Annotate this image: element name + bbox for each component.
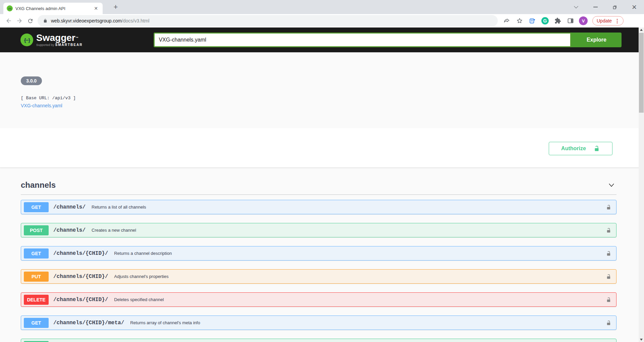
endpoint-row[interactable]: GET /channels/{CHID}/ Returns a channel … xyxy=(21,246,616,261)
endpoint-summary: Returns array of channel's meta info xyxy=(130,320,200,325)
lock-icon[interactable] xyxy=(606,297,611,303)
browser-titlebar: {···} VXG Channels admin API ✕ + ✕ xyxy=(0,0,644,14)
lock-icon[interactable] xyxy=(606,250,611,256)
grammarly-button[interactable]: G xyxy=(539,15,551,26)
endpoint-path: /channels/{CHID}/ xyxy=(53,297,108,303)
endpoint-summary: Creates a new channel xyxy=(92,228,136,233)
puzzle-icon xyxy=(554,17,561,24)
browser-tab[interactable]: {···} VXG Channels admin API ✕ xyxy=(3,3,103,14)
url-host: web.skyvr.videoexpertsgroup.com xyxy=(51,18,122,23)
method-badge: GET xyxy=(24,202,49,212)
tab-search-chevron-icon[interactable] xyxy=(566,0,586,14)
swagger-topbar: {···} Swagger™ Supported bySMARTBEAR Exp… xyxy=(0,27,644,52)
minimize-button[interactable] xyxy=(586,0,605,14)
tag-header[interactable]: channels xyxy=(21,180,616,195)
scrollbar-thumb[interactable] xyxy=(639,33,644,113)
authorize-label: Authorize xyxy=(561,146,586,152)
endpoint-row-partial[interactable] xyxy=(21,339,616,342)
method-badge: PUT xyxy=(24,272,49,282)
endpoint-row[interactable]: DELETE /channels/{CHID}/ Deletes specifi… xyxy=(21,292,616,307)
endpoint-summary: Returns a list of all channels xyxy=(92,205,146,210)
https-lock-icon xyxy=(43,18,48,23)
tab-title: VXG Channels admin API xyxy=(15,6,93,11)
browser-menu-icon[interactable]: ⋮ xyxy=(613,18,621,24)
version-badge: 3.0.0 xyxy=(21,76,42,85)
endpoint-summary: Adjusts channel's properties xyxy=(114,274,168,279)
lock-icon[interactable] xyxy=(606,227,611,233)
swagger-logo: {···} Swagger™ Supported bySMARTBEAR xyxy=(20,33,83,47)
forward-icon xyxy=(16,17,23,24)
url-text: web.skyvr.videoexpertsgroup.com/docs/v3.… xyxy=(51,18,149,23)
lock-icon[interactable] xyxy=(606,274,611,280)
scrollbar-up-icon[interactable] xyxy=(640,29,643,31)
swagger-favicon-icon: {···} xyxy=(7,5,13,11)
authorize-button[interactable]: Authorize xyxy=(549,142,612,155)
reload-icon xyxy=(27,18,34,24)
scheme-container: Authorize xyxy=(0,128,644,168)
method-badge: GET xyxy=(24,248,49,259)
method-badge: DELETE xyxy=(24,295,49,305)
reading-extension-button[interactable] xyxy=(527,15,538,26)
back-button[interactable] xyxy=(3,15,14,26)
url-path: /docs/v3.html xyxy=(122,18,149,23)
explore-button[interactable]: Explore xyxy=(571,33,622,47)
share-icon xyxy=(503,17,510,24)
browser-toolbar: web.skyvr.videoexpertsgroup.com/docs/v3.… xyxy=(0,14,644,27)
side-panel-icon xyxy=(567,17,574,24)
endpoint-path: /channels/{CHID}/ xyxy=(53,250,108,256)
unlocked-padlock-icon xyxy=(593,145,600,152)
back-icon xyxy=(5,17,12,24)
share-button[interactable] xyxy=(501,15,513,26)
lock-icon[interactable] xyxy=(606,204,611,210)
tag-title: channels xyxy=(21,180,56,190)
swagger-logo-text: Swagger™ xyxy=(36,33,78,43)
forward-button[interactable] xyxy=(14,15,25,26)
swagger-logo-icon: {···} xyxy=(20,34,33,46)
endpoint-summary: Deletes specified channel xyxy=(114,297,164,302)
endpoint-path: /channels/{CHID}/meta/ xyxy=(53,320,124,326)
scrollbar-down-icon[interactable] xyxy=(640,339,643,341)
method-badge: POST xyxy=(24,225,49,235)
smartbear-tagline: Supported bySMARTBEAR xyxy=(36,43,83,47)
toolbar-icons: G V Update ⋮ xyxy=(501,15,624,26)
endpoint-row[interactable]: POST /channels/ Creates a new channel xyxy=(21,223,616,237)
endpoint-row[interactable]: PUT /channels/{CHID}/ Adjusts channel's … xyxy=(21,269,616,284)
lock-icon[interactable] xyxy=(606,320,611,326)
profile-button[interactable]: V xyxy=(578,15,589,26)
new-tab-button[interactable]: + xyxy=(111,2,121,12)
method-badge xyxy=(24,341,49,342)
reload-button[interactable] xyxy=(25,15,36,26)
page-scrollbar[interactable] xyxy=(639,27,644,342)
bookmark-button[interactable] xyxy=(514,15,525,26)
spec-url-input[interactable] xyxy=(154,33,571,47)
endpoint-path: /channels/ xyxy=(53,204,86,210)
spec-link[interactable]: VXG-channels.yaml xyxy=(21,103,62,108)
endpoint-row[interactable]: GET /channels/{CHID}/meta/ Returns array… xyxy=(21,316,616,330)
close-window-button[interactable]: ✕ xyxy=(625,0,644,14)
update-label: Update xyxy=(597,18,612,23)
window-controls: ✕ xyxy=(566,0,644,14)
restore-icon xyxy=(612,5,617,9)
endpoint-path: /channels/{CHID}/ xyxy=(53,274,108,280)
endpoint-summary: Returns a channel description xyxy=(114,251,172,256)
avatar: V xyxy=(579,16,588,25)
endpoint-path: /channels/ xyxy=(53,227,86,233)
blue-extension-icon xyxy=(529,17,536,24)
grammarly-icon: G xyxy=(541,17,549,24)
endpoint-row[interactable]: GET /channels/ Returns a list of all cha… xyxy=(21,200,616,214)
extensions-button[interactable] xyxy=(552,15,564,26)
chevron-down-icon[interactable] xyxy=(606,181,616,189)
base-url: [ Base URL: /api/v3 ] xyxy=(21,96,644,101)
method-badge: GET xyxy=(24,318,49,328)
side-panel-button[interactable] xyxy=(565,15,576,26)
url-bar[interactable]: web.skyvr.videoexpertsgroup.com/docs/v3.… xyxy=(38,15,498,26)
update-button[interactable]: Update ⋮ xyxy=(592,16,624,25)
api-info-section: 3.0.0 [ Base URL: /api/v3 ] VXG-channels… xyxy=(0,52,644,128)
restore-button[interactable] xyxy=(605,0,625,14)
operations-list: GET /channels/ Returns a list of all cha… xyxy=(21,200,616,342)
tab-close-icon[interactable]: ✕ xyxy=(93,5,99,12)
operations-section: channels GET /channels/ Returns a list o… xyxy=(0,168,644,342)
star-icon xyxy=(516,17,523,24)
